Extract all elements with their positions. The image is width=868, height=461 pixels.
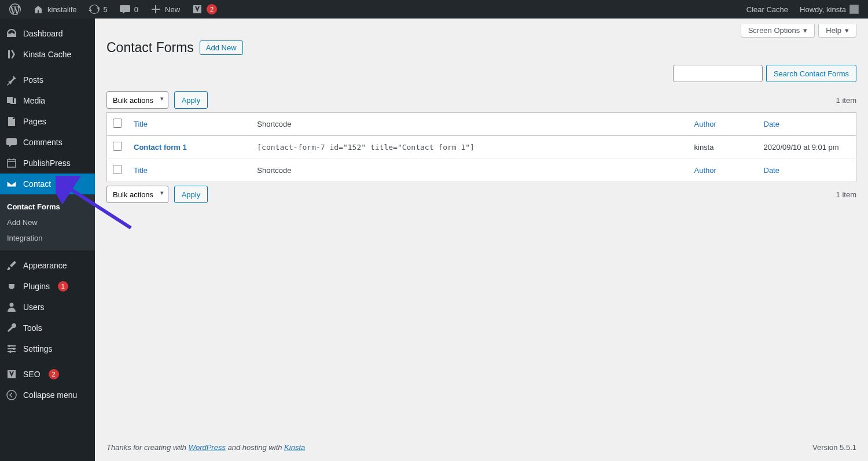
item-count-bottom: 1 item bbox=[836, 190, 856, 199]
mail-icon bbox=[6, 178, 17, 190]
version-text: Version 5.5.1 bbox=[812, 443, 856, 452]
collapse-icon bbox=[6, 389, 17, 401]
wrench-icon bbox=[6, 322, 17, 334]
chevron-down-icon: ▾ bbox=[803, 26, 807, 35]
sidebar-item-pages[interactable]: Pages bbox=[0, 111, 95, 132]
wp-logo[interactable] bbox=[5, 0, 25, 19]
sidebar-item-dashboard[interactable]: Dashboard bbox=[0, 23, 95, 44]
row-shortcode: [contact-form-7 id="152" title="Contact … bbox=[257, 143, 475, 152]
comment-icon bbox=[119, 3, 131, 15]
dashboard-icon bbox=[6, 28, 17, 39]
row-author: kinsta bbox=[689, 136, 758, 159]
apply-button-top[interactable]: Apply bbox=[174, 91, 208, 109]
clear-cache-link[interactable]: Clear Cache bbox=[742, 0, 793, 19]
wordpress-link[interactable]: WordPress bbox=[189, 443, 226, 452]
admin-footer: Thanks for creating with WordPress and h… bbox=[106, 434, 856, 461]
svg-point-1 bbox=[10, 303, 14, 307]
select-all-bottom[interactable] bbox=[113, 165, 122, 174]
yoast-menu-icon bbox=[6, 368, 17, 380]
updates-count: 5 bbox=[104, 5, 108, 14]
updates-link[interactable]: 5 bbox=[84, 0, 112, 19]
svg-point-3 bbox=[13, 348, 15, 350]
kinsta-link[interactable]: Kinsta bbox=[284, 443, 305, 452]
row-checkbox[interactable] bbox=[113, 142, 122, 151]
howdy-text: Howdy, kinsta bbox=[800, 5, 846, 14]
yoast-badge: 2 bbox=[207, 4, 217, 14]
sidebar-item-media[interactable]: Media bbox=[0, 90, 95, 111]
plus-icon bbox=[150, 3, 161, 15]
plug-icon bbox=[6, 281, 17, 292]
bulk-actions-select-top[interactable]: Bulk actions bbox=[106, 91, 168, 109]
account-link[interactable]: Howdy, kinsta bbox=[795, 0, 863, 19]
search-input[interactable] bbox=[673, 65, 763, 82]
main-content: Screen Options ▾ Help ▾ Contact Forms Ad… bbox=[95, 19, 868, 461]
sidebar-item-contact[interactable]: Contact bbox=[0, 174, 95, 194]
page-title: Contact Forms bbox=[106, 40, 194, 56]
help-button[interactable]: Help ▾ bbox=[818, 24, 856, 38]
site-link[interactable]: kinstalife bbox=[28, 0, 82, 19]
comments-icon bbox=[6, 137, 17, 148]
row-date: 2020/09/10 at 9:01 pm bbox=[758, 136, 856, 159]
contact-forms-table: Title Shortcode Author Date Contact form… bbox=[106, 112, 856, 182]
screen-options-button[interactable]: Screen Options ▾ bbox=[741, 24, 815, 38]
update-icon bbox=[89, 3, 100, 15]
sidebar-item-posts[interactable]: Posts bbox=[0, 69, 95, 90]
site-name: kinstalife bbox=[47, 5, 77, 14]
bulk-actions-select-bottom[interactable]: Bulk actions bbox=[106, 186, 168, 203]
pin-icon bbox=[6, 74, 17, 86]
col-author-foot[interactable]: Author bbox=[694, 166, 716, 175]
new-label: New bbox=[165, 5, 180, 14]
sidebar-item-seo[interactable]: SEO2 bbox=[0, 364, 95, 385]
submenu-contact-forms[interactable]: Contact Forms bbox=[0, 199, 95, 215]
col-title[interactable]: Title bbox=[134, 120, 148, 128]
admin-bar: kinstalife 5 0 New 2 Clear Cache Howdy, … bbox=[0, 0, 868, 19]
item-count-top: 1 item bbox=[836, 96, 856, 105]
yoast-link[interactable]: 2 bbox=[187, 0, 222, 19]
add-new-button[interactable]: Add New bbox=[200, 40, 243, 55]
user-icon bbox=[6, 301, 17, 313]
sidebar-item-appearance[interactable]: Appearance bbox=[0, 255, 95, 276]
submenu-add-new[interactable]: Add New bbox=[0, 215, 95, 230]
media-icon bbox=[6, 95, 17, 106]
col-date[interactable]: Date bbox=[764, 120, 779, 128]
sidebar-item-comments[interactable]: Comments bbox=[0, 132, 95, 153]
chevron-down-icon: ▾ bbox=[845, 26, 849, 35]
comments-link[interactable]: 0 bbox=[115, 0, 143, 19]
sidebar-item-users[interactable]: Users bbox=[0, 297, 95, 318]
select-all-top[interactable] bbox=[113, 119, 122, 128]
sidebar-item-plugins[interactable]: Plugins1 bbox=[0, 276, 95, 297]
seo-badge: 2 bbox=[49, 369, 59, 379]
sidebar-item-settings[interactable]: Settings bbox=[0, 338, 95, 359]
wordpress-icon bbox=[9, 3, 21, 15]
col-title-foot[interactable]: Title bbox=[134, 166, 148, 175]
svg-point-0 bbox=[13, 99, 14, 100]
submenu-integration[interactable]: Integration bbox=[0, 230, 95, 246]
row-title-link[interactable]: Contact form 1 bbox=[134, 143, 187, 152]
col-date-foot[interactable]: Date bbox=[764, 166, 779, 175]
plugins-badge: 1 bbox=[58, 281, 68, 292]
home-icon bbox=[32, 3, 44, 15]
contact-submenu: Contact Forms Add New Integration bbox=[0, 194, 95, 250]
sidebar-item-collapse[interactable]: Collapse menu bbox=[0, 385, 95, 405]
apply-button-bottom[interactable]: Apply bbox=[174, 186, 208, 203]
new-link[interactable]: New bbox=[145, 0, 185, 19]
sliders-icon bbox=[6, 343, 17, 355]
col-author[interactable]: Author bbox=[694, 120, 716, 128]
sidebar-item-publishpress[interactable]: PublishPress bbox=[0, 153, 95, 174]
svg-point-5 bbox=[7, 390, 16, 400]
svg-point-4 bbox=[9, 351, 12, 353]
avatar-icon bbox=[849, 5, 859, 14]
comments-count: 0 bbox=[134, 5, 138, 14]
col-shortcode-foot: Shortcode bbox=[251, 159, 688, 182]
col-shortcode: Shortcode bbox=[251, 113, 688, 136]
calendar-icon bbox=[6, 157, 17, 169]
sidebar-item-tools[interactable]: Tools bbox=[0, 318, 95, 338]
search-button[interactable]: Search Contact Forms bbox=[766, 65, 856, 82]
sidebar-item-kinsta-cache[interactable]: Kinsta Cache bbox=[0, 44, 95, 65]
kinsta-icon bbox=[6, 49, 17, 60]
admin-sidebar: Dashboard Kinsta Cache Posts Media Pages… bbox=[0, 19, 95, 461]
svg-point-2 bbox=[8, 345, 10, 347]
yoast-icon bbox=[192, 3, 203, 15]
table-row: Contact form 1 [contact-form-7 id="152" … bbox=[107, 136, 856, 159]
brush-icon bbox=[6, 260, 17, 271]
